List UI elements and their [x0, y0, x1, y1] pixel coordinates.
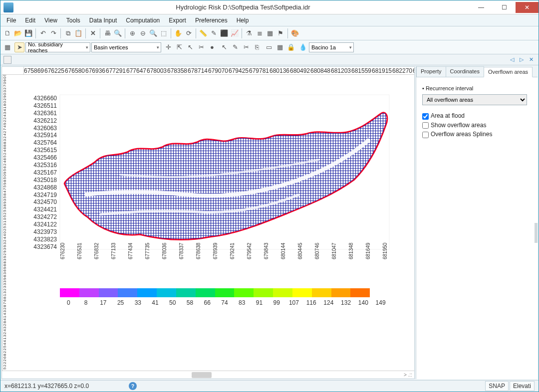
overflown-dropdown[interactable]: All overflown areas — [422, 94, 527, 105]
paste-icon[interactable]: 📋 — [73, 28, 83, 38]
addpoint-icon[interactable]: ✛ — [163, 42, 173, 52]
open-icon[interactable]: 📂 — [13, 28, 23, 38]
delete-icon[interactable]: ✕ — [88, 28, 98, 38]
subsidiary-dropdown[interactable]: No. subsidiary reaches — [25, 42, 90, 52]
menu-preferences[interactable]: Preferences — [191, 16, 232, 25]
colorbar-labels: 0817253341505866748391991071161241321401… — [60, 299, 389, 306]
drops-icon[interactable]: 💧 — [298, 42, 308, 52]
statusbar: x=681213.1 y=4327665.0 z=0.0 ? SNAP Elev… — [0, 381, 539, 392]
preview-icon[interactable]: 🔍 — [113, 28, 123, 38]
flag-icon[interactable]: ⚑ — [275, 28, 285, 38]
save-icon[interactable]: 💾 — [23, 28, 33, 38]
panel-collapse-handle[interactable] — [535, 223, 538, 243]
zoomin-icon[interactable]: ⊕ — [127, 28, 137, 38]
edit-icon[interactable]: ✎ — [209, 28, 219, 38]
measure-icon[interactable]: 📏 — [198, 28, 208, 38]
copy-icon[interactable]: ⧉ — [63, 28, 73, 38]
tab-overflown[interactable]: Overflown areas — [484, 67, 533, 77]
move-icon[interactable]: ↖ — [185, 42, 195, 52]
table-icon[interactable]: ▦ — [2, 42, 12, 52]
menu-export[interactable]: Export — [165, 16, 190, 25]
horizontal-scrollbar[interactable]: > .:: — [2, 371, 414, 379]
status-snap[interactable]: SNAP — [485, 381, 509, 391]
checkbox-splines[interactable]: Overflow areas Splines — [422, 131, 532, 138]
menu-file[interactable]: File — [2, 16, 20, 25]
grid2-icon[interactable]: ▦ — [275, 42, 285, 52]
colorbar — [60, 288, 389, 297]
split-icon[interactable]: ⎘ — [252, 42, 262, 52]
titlebar: Hydrologic Risk D:\Softpedia Test\Softpe… — [0, 0, 539, 14]
basin-dropdown[interactable]: Basin vertices — [91, 42, 161, 52]
profile-icon[interactable]: 📈 — [230, 28, 240, 38]
grid-icon[interactable]: ▦ — [265, 28, 275, 38]
layers-icon[interactable]: ≣ — [255, 28, 265, 38]
cut2-icon[interactable]: ✂ — [241, 42, 251, 52]
close-button[interactable]: ✕ — [516, 2, 539, 13]
basin-map-svg — [10, 75, 399, 354]
bacino-dropdown[interactable]: Bacino 1a — [309, 42, 354, 52]
app-window: Hydrologic Risk D:\Softpedia Test\Softpe… — [0, 0, 539, 392]
side-tabs: Property Coordinates Overflown areas — [416, 66, 538, 77]
toolbar-main: 🗋 📂 💾 ↶ ↷ ⧉ 📋 ✕ 🖶 🔍 ⊕ ⊖ 🔍 ⬚ ✋ ⟳ 📏 ✎ ⬛ 📈 … — [0, 26, 539, 40]
canvas-panel: 6758696762256765806769366772916776476780… — [1, 66, 415, 379]
filter-icon[interactable]: ⚗ — [244, 28, 254, 38]
menu-datainput[interactable]: Data Input — [85, 16, 121, 25]
menu-computation[interactable]: Computation — [122, 16, 164, 25]
zoomout-icon[interactable]: ⊖ — [138, 28, 148, 38]
tab-property[interactable]: Property — [416, 66, 446, 77]
menubar: File Edit View Tools Data Input Computat… — [0, 14, 539, 26]
side-panel: Property Coordinates Overflown areas Rec… — [416, 66, 538, 379]
pointer-icon[interactable]: ➤ — [14, 42, 24, 52]
menu-help[interactable]: Help — [233, 16, 253, 25]
menu-view[interactable]: View — [40, 16, 61, 25]
zoomwindow-icon[interactable]: ⬚ — [159, 28, 169, 38]
edit2-icon[interactable]: ✎ — [230, 42, 240, 52]
tab-coordinates[interactable]: Coordinates — [446, 66, 484, 77]
plot-area[interactable]: 4326660432651143263614326212432606343259… — [10, 75, 414, 371]
basin-icon[interactable]: ▭ — [264, 42, 274, 52]
pan-icon[interactable]: ✋ — [173, 28, 183, 38]
top-ruler: 6758696762256765806769366772916776476780… — [2, 67, 414, 75]
lock-icon[interactable]: 🔒 — [286, 42, 296, 52]
minimize-button[interactable]: — — [470, 2, 493, 13]
menu-edit[interactable]: Edit — [21, 16, 39, 25]
side-content: Recurrence interval All overflown areas … — [416, 77, 538, 379]
main-area: 6758696762256765806769366772916776476780… — [0, 65, 539, 381]
left-ruler: 5222682254413243284143287681323339836988… — [2, 75, 10, 371]
print-icon[interactable]: 🖶 — [102, 28, 112, 38]
svg-rect-4 — [60, 95, 399, 254]
maximize-button[interactable]: ☐ — [493, 2, 516, 13]
status-coordinates: x=681213.1 y=4327665.0 z=0.0 — [4, 383, 89, 390]
app-icon — [3, 2, 13, 12]
refresh-icon[interactable]: ⟳ — [184, 28, 194, 38]
select-region-icon[interactable]: ⬛ — [219, 28, 229, 38]
document-tab[interactable] — [3, 56, 11, 64]
zoomfit-icon[interactable]: 🔍 — [148, 28, 158, 38]
addline-icon[interactable]: ⇱ — [174, 42, 184, 52]
new-icon[interactable]: 🗋 — [2, 28, 12, 38]
window-title: Hydrologic Risk D:\Softpedia Test\Softpe… — [16, 3, 470, 11]
status-elevati[interactable]: Elevati — [510, 381, 535, 391]
cut-icon[interactable]: ✂ — [196, 42, 206, 52]
select-icon[interactable]: ↖ — [219, 42, 229, 52]
document-tabbar: ◁ ▷ ✕ — [0, 54, 539, 65]
palette-icon[interactable]: 🎨 — [290, 28, 300, 38]
menu-tools[interactable]: Tools — [62, 16, 84, 25]
help-icon[interactable]: ? — [129, 382, 137, 390]
redo-icon[interactable]: ↷ — [48, 28, 58, 38]
checkbox-overflow[interactable]: Show overflow areas — [422, 122, 532, 129]
toolbar-secondary: ▦ ➤ No. subsidiary reaches Basin vertice… — [0, 40, 539, 54]
tab-nav-arrows[interactable]: ◁ ▷ ✕ — [510, 56, 536, 63]
undo-icon[interactable]: ↶ — [38, 28, 48, 38]
node-icon[interactable]: ● — [207, 42, 217, 52]
checkbox-flood[interactable]: Area at flood — [422, 112, 532, 120]
recurrence-label: Recurrence interval — [422, 85, 532, 91]
